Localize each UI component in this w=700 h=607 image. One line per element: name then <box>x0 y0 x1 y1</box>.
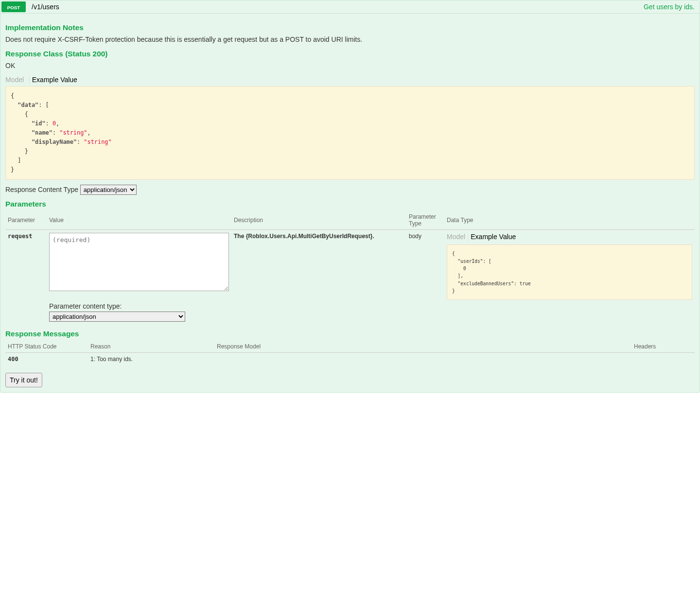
param-description: The {Roblox.Users.Api.MultiGetByUserIdRe… <box>231 230 406 325</box>
request-model-tabs: Model|Example Value <box>447 233 692 241</box>
table-row: request Parameter content type: applicat… <box>5 230 695 325</box>
endpoint-summary[interactable]: Get users by ids. <box>644 3 700 11</box>
th-status-code: HTTP Status Code <box>5 341 88 353</box>
response-content-type-select[interactable]: application/json <box>80 185 137 195</box>
tab-example-value[interactable]: Example Value <box>32 76 80 84</box>
table-row: 4001: Too many ids. <box>5 353 695 366</box>
tab-separator: | <box>26 76 32 84</box>
tab-example-value-request[interactable]: Example Value <box>471 233 516 241</box>
parameters-table: Parameter Value Description Parameter Ty… <box>5 211 695 325</box>
response-example-box[interactable]: { "data": [ { "id": 0, "name": "string",… <box>5 86 695 180</box>
tab-model-request[interactable]: Model <box>447 233 465 241</box>
response-model-tabs: Model|Example Value <box>5 76 695 84</box>
param-desc-prefix: The <box>234 233 246 240</box>
operation-heading[interactable]: POST /v1/users Get users by ids. <box>0 0 700 14</box>
response-status-text: OK <box>5 61 695 71</box>
response-content-type-row: Response Content Type application/json <box>5 185 695 195</box>
param-content-type-label: Parameter content type: <box>49 302 229 310</box>
param-name: request <box>5 230 47 325</box>
api-operation-block: POST /v1/users Get users by ids. Impleme… <box>0 0 700 393</box>
reason: 1: Too many ids. <box>88 353 214 366</box>
th-reason: Reason <box>88 341 214 353</box>
http-method-badge: POST <box>1 1 26 12</box>
th-response-model: Response Model <box>214 341 631 353</box>
response-class-title: Response Class (Status 200) <box>5 50 695 58</box>
operation-content: Implementation Notes Does not require X-… <box>0 14 700 392</box>
th-headers: Headers <box>631 341 695 353</box>
tab-separator: | <box>465 234 471 241</box>
endpoint-path[interactable]: /v1/users <box>27 3 644 11</box>
param-desc-bold: {Roblox.Users.Api.MultiGetByUserIdReques… <box>246 233 374 240</box>
param-content-type-select[interactable]: application/json <box>49 312 185 322</box>
th-parameter-type: Parameter Type <box>406 211 444 230</box>
request-body-input[interactable] <box>49 233 229 291</box>
th-value: Value <box>47 211 231 230</box>
param-data-type-cell: Model|Example Value { "userIds": [ 0 ], … <box>444 230 695 325</box>
implementation-notes-body: Does not require X-CSRF-Token protection… <box>5 35 695 45</box>
response-messages-table: HTTP Status Code Reason Response Model H… <box>5 341 695 365</box>
response-model <box>214 353 631 366</box>
response-headers <box>631 353 695 366</box>
try-it-out-button[interactable]: Try it out! <box>5 373 42 387</box>
tab-model[interactable]: Model <box>5 76 26 84</box>
status-code: 400 <box>5 353 88 366</box>
param-type: body <box>406 230 444 325</box>
th-description: Description <box>231 211 406 230</box>
th-data-type: Data Type <box>444 211 695 230</box>
implementation-notes-title: Implementation Notes <box>5 23 695 32</box>
parameters-title: Parameters <box>5 200 695 208</box>
request-example-box[interactable]: { "userIds": [ 0 ], "excludeBannedUsers"… <box>447 244 692 300</box>
param-value-cell: Parameter content type: application/json <box>47 230 231 325</box>
response-messages-title: Response Messages <box>5 330 695 338</box>
th-parameter: Parameter <box>5 211 47 230</box>
response-content-type-label: Response Content Type <box>5 186 80 193</box>
